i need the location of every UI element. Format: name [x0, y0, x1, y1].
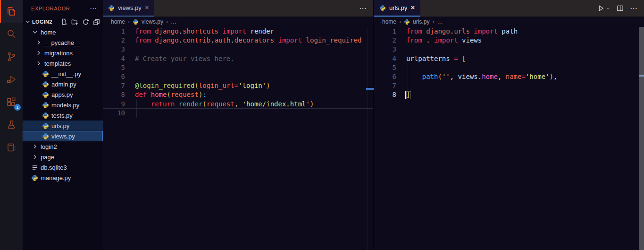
- python-icon: [108, 5, 115, 11]
- split-editor-icon[interactable]: [617, 5, 624, 12]
- activity-extensions[interactable]: 1: [0, 91, 23, 113]
- tree-item-tests.py[interactable]: tests.py: [23, 110, 103, 121]
- tab-urls-py[interactable]: urls.py ✕: [374, 0, 420, 17]
- tree-item-label: models.py: [51, 102, 79, 109]
- run-dropdown-icon[interactable]: [606, 6, 611, 11]
- code-line: 4urlpatterns = [: [374, 54, 644, 63]
- editor-ruler: [368, 27, 368, 250]
- line-number: 7: [103, 81, 125, 90]
- tree-section-header[interactable]: LOGIN2: [23, 17, 103, 27]
- new-folder-icon[interactable]: [71, 18, 78, 26]
- breadcrumb-item[interactable]: views.py: [142, 18, 163, 25]
- scrollbar-cursor-mark: [639, 75, 644, 77]
- tree-item-home[interactable]: home: [23, 27, 103, 37]
- tree-item-views.py[interactable]: views.py: [23, 131, 103, 141]
- files-icon: [6, 6, 17, 17]
- current-line-highlight: [374, 90, 644, 99]
- vertical-scrollbar[interactable]: [639, 27, 644, 250]
- python-icon: [42, 112, 49, 119]
- tree-item-login2[interactable]: login2: [23, 141, 103, 152]
- line-number: 2: [103, 36, 125, 45]
- extensions-badge: 1: [14, 104, 21, 111]
- activity-explorer[interactable]: [0, 0, 23, 23]
- tree-indent-guide: [29, 37, 29, 141]
- tabbar-left: views.py ✕ ⋯: [103, 0, 373, 17]
- line-number: 7: [374, 81, 396, 90]
- editor-group-left: views.py ✕ ⋯ home›views.py›… 1from djang…: [103, 0, 374, 250]
- refresh-icon[interactable]: [82, 18, 89, 26]
- tree-item-label: manage.py: [41, 174, 71, 181]
- notebook-icon: [6, 142, 17, 153]
- sidebar-more-icon[interactable]: ⋯: [90, 5, 97, 12]
- editor-urls-py[interactable]: 1from django.urls import path2from . imp…: [374, 27, 644, 250]
- python-icon: [42, 70, 49, 78]
- tree-item-__init__.py[interactable]: __init__.py: [23, 69, 103, 79]
- chevron-right-icon: [31, 153, 39, 161]
- breadcrumb-separator: ›: [166, 18, 168, 25]
- tree-item-admin.py[interactable]: admin.py: [23, 79, 103, 89]
- tab-views-py[interactable]: views.py ✕: [103, 0, 154, 17]
- tree-item-page[interactable]: page: [23, 152, 103, 162]
- new-file-icon[interactable]: [60, 18, 67, 26]
- run-python-file-button[interactable]: [597, 5, 611, 12]
- code-line: 5: [374, 63, 644, 72]
- tree-item-label: __pycache__: [44, 39, 81, 46]
- close-icon[interactable]: ✕: [410, 5, 415, 11]
- breadcrumb-item[interactable]: …: [437, 18, 443, 25]
- line-number: 6: [374, 72, 396, 81]
- python-icon: [42, 102, 49, 109]
- more-actions-button[interactable]: ⋯: [630, 5, 637, 12]
- tabbar-right: urls.py ✕ ⋯: [374, 0, 644, 17]
- tree-item-migrations[interactable]: migrations: [23, 48, 103, 58]
- tree-item-__pycache__[interactable]: __pycache__: [23, 37, 103, 48]
- more-actions-button[interactable]: ⋯: [359, 5, 367, 12]
- python-icon: [379, 5, 386, 11]
- breadcrumb-item[interactable]: home: [111, 18, 125, 25]
- python-icon: [404, 19, 410, 25]
- activity-testing[interactable]: [0, 113, 23, 136]
- tree-item-apps.py[interactable]: apps.py: [23, 89, 103, 100]
- line-number: 6: [103, 72, 125, 81]
- code-line: 6 path('', views.home, name='home'),: [374, 72, 644, 81]
- chevron-down-icon: [25, 18, 31, 25]
- code-line: 9 return render(request, 'home/index.htm…: [103, 100, 373, 109]
- chevron-right-icon: [35, 49, 42, 57]
- line-number: 9: [103, 100, 125, 109]
- activity-search[interactable]: [0, 23, 23, 45]
- line-number: 4: [374, 54, 396, 63]
- explorer-sidebar: EXPLORADOR ⋯ LOGIN2 home__pycache__migra…: [23, 0, 103, 250]
- line-number: 2: [374, 36, 396, 45]
- tree-item-label: views.py: [51, 133, 75, 140]
- code-line: 2from django.contrib.auth.decorators imp…: [103, 36, 373, 45]
- editor-views-py[interactable]: 1from django.shortcuts import render2fro…: [103, 27, 373, 250]
- project-name: LOGIN2: [32, 19, 52, 25]
- code-line: 3: [103, 45, 373, 54]
- activity-source-control[interactable]: [0, 45, 23, 68]
- code-line: 7@login_required(login_url='login'): [103, 81, 373, 90]
- breadcrumb-separator: ›: [399, 18, 401, 25]
- tree-item-models.py[interactable]: models.py: [23, 100, 103, 110]
- tree-item-templates[interactable]: templates: [23, 58, 103, 69]
- line-number: 1: [103, 27, 125, 36]
- activity-notebook[interactable]: [0, 136, 23, 159]
- tree-item-urls.py[interactable]: urls.py: [23, 121, 103, 131]
- git-branch-icon: [6, 51, 17, 62]
- chevron-right-icon: [35, 60, 42, 67]
- code-line: 3: [374, 45, 644, 54]
- close-icon[interactable]: ✕: [145, 5, 149, 11]
- current-line-highlight: [103, 108, 373, 117]
- line-number: 3: [374, 45, 396, 54]
- breadcrumb-item[interactable]: …: [171, 18, 176, 25]
- tree-item-label: templates: [44, 60, 71, 67]
- breadcrumb: home›urls.py›…: [374, 17, 644, 27]
- collapse-all-icon[interactable]: [93, 18, 100, 26]
- activity-run-debug[interactable]: [0, 68, 23, 91]
- beaker-icon: [6, 119, 17, 130]
- tree-item-label: page: [41, 154, 54, 161]
- tree-item-manage.py[interactable]: manage.py: [23, 172, 103, 183]
- tree-item-db.sqlite3[interactable]: db.sqlite3: [23, 162, 103, 172]
- line-number: 8: [103, 90, 125, 99]
- search-icon: [6, 28, 17, 40]
- breadcrumb-item[interactable]: urls.py: [413, 18, 429, 25]
- breadcrumb-item[interactable]: home: [382, 18, 396, 25]
